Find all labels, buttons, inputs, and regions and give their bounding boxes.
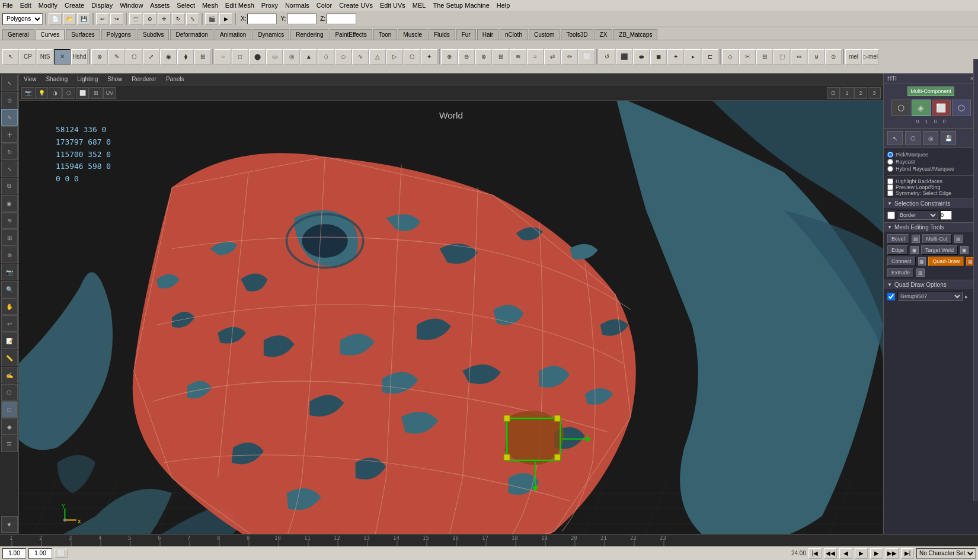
vp-tb-light[interactable]: 💡: [35, 87, 48, 99]
tb-open[interactable]: 📂: [63, 13, 76, 25]
menu-file[interactable]: File: [2, 2, 13, 9]
tb2-cp[interactable]: CP: [20, 49, 36, 65]
playback-next[interactable]: ▶: [870, 548, 883, 559]
tab-toon[interactable]: Toon: [373, 29, 397, 40]
vp-tb-res2[interactable]: 2: [854, 87, 867, 99]
rp-check-loop[interactable]: Preview Loop/Ring: [887, 184, 974, 190]
rp-constraint-value[interactable]: [940, 210, 952, 220]
tb2-helix[interactable]: ∿: [352, 49, 369, 65]
tb2-torus[interactable]: ◎: [283, 49, 300, 65]
rp-bevel-icon[interactable]: ▤: [912, 235, 920, 243]
tab-muscle[interactable]: Muscle: [398, 29, 427, 40]
tb2-sym[interactable]: ⧫: [177, 49, 194, 65]
vp-tb-uv[interactable]: UV: [103, 87, 116, 99]
rp-radio-raycast[interactable]: Raycast: [887, 159, 974, 165]
status-btn-1[interactable]: ⬜: [55, 549, 68, 558]
tb2-pyramid[interactable]: △: [369, 49, 386, 65]
rp-radio-pickmaquee-input[interactable]: [887, 152, 893, 158]
tb2-cylinder[interactable]: ⬤: [249, 49, 266, 65]
tb2-soft[interactable]: ◉: [160, 49, 177, 65]
tool-soft-mod[interactable]: ◉: [1, 195, 18, 212]
menu-setup-machine[interactable]: The Setup Machine: [433, 2, 489, 9]
tb-undo[interactable]: ↩: [96, 13, 109, 25]
rp-extrude-icon[interactable]: ▥: [916, 268, 925, 277]
tb2-mel2[interactable]: ▷mel: [862, 49, 879, 65]
tb2-mirror[interactable]: ⇔: [791, 49, 807, 65]
menu-modify[interactable]: Modify: [39, 2, 57, 9]
tb2-transfer[interactable]: ⇄: [544, 49, 561, 65]
tb-scale[interactable]: ⤡: [186, 13, 199, 25]
tab-tools3d[interactable]: Tools3D: [561, 29, 593, 40]
rp-extrude-btn[interactable]: Extrude: [887, 268, 914, 277]
x-input[interactable]: [247, 14, 277, 24]
tab-curves[interactable]: Curves: [36, 29, 65, 40]
tool-rotate[interactable]: ↻: [1, 143, 18, 160]
rp-constraint-select[interactable]: Border: [897, 210, 938, 220]
tool-universal[interactable]: ⧉: [1, 178, 18, 194]
vp-menu-panels[interactable]: Panels: [166, 76, 184, 82]
rp-mesh-editing-header[interactable]: ▼ Mesh Editing Tools: [884, 222, 978, 232]
tb2-bridge[interactable]: ⬬: [633, 49, 650, 65]
playback-start[interactable]: |◀: [808, 548, 822, 559]
tb2-paint[interactable]: ✎: [108, 49, 125, 65]
tb-new[interactable]: 📄: [49, 13, 62, 25]
rp-radio-raycast-input[interactable]: [887, 159, 893, 165]
vp-tb-res3[interactable]: 3: [868, 87, 881, 99]
playback-next-key[interactable]: ▶▶: [886, 548, 899, 559]
tb-rotate[interactable]: ↻: [172, 13, 185, 25]
tb2-average[interactable]: ≈: [527, 49, 544, 65]
tool-camera[interactable]: 📷: [1, 264, 18, 280]
tb2-nts[interactable]: NtS: [37, 49, 53, 65]
tool-scale[interactable]: ⤡: [1, 161, 18, 177]
tb2-pipe[interactable]: ⬭: [335, 49, 351, 65]
rp-targetweld-icon[interactable]: ▣: [960, 246, 969, 254]
tab-dynamics[interactable]: Dynamics: [253, 29, 289, 40]
tb2-hshd[interactable]: Hshd: [71, 49, 88, 65]
tab-surfaces[interactable]: Surfaces: [66, 29, 100, 40]
vp-tb-iso[interactable]: ⊡: [827, 87, 840, 99]
tool-paint-select[interactable]: ✎: [1, 109, 18, 126]
timeline-svg[interactable]: 1 2 3 4 5 6 7 8 9 10 11: [0, 535, 978, 546]
tab-fur[interactable]: Fur: [456, 29, 476, 40]
rp-radio-hybrid[interactable]: Hybrid Raycast/Marquee: [887, 166, 974, 172]
tb2-cone[interactable]: ▲: [301, 49, 317, 65]
tb-render[interactable]: 🎬: [205, 13, 218, 25]
viewport-3d[interactable]: 58124 336 0 173797 687 0 115700 352 0 11…: [19, 101, 883, 534]
rp-selection-constraints-header[interactable]: ▼ Selection Constraints: [884, 199, 978, 208]
rp-bevel-btn[interactable]: Bevel: [887, 234, 909, 244]
rp-save-icon[interactable]: 💾: [941, 131, 956, 145]
tb2-offset[interactable]: ⬚: [774, 49, 790, 65]
vp-menu-show[interactable]: Show: [107, 76, 122, 82]
tb2-fill[interactable]: ◼: [650, 49, 667, 65]
viewport[interactable]: View Shading Lighting Show Renderer Pane…: [19, 73, 883, 534]
tb2-bevel2[interactable]: ◇: [722, 49, 739, 65]
tb2-merge[interactable]: ⊌: [808, 49, 824, 65]
tb2-cube[interactable]: □: [232, 49, 248, 65]
tb2-boolean[interactable]: ⊞: [493, 49, 509, 65]
menu-select[interactable]: Select: [177, 2, 195, 9]
tb-save[interactable]: 💾: [77, 13, 90, 25]
rp-icon-cube[interactable]: ⬡: [891, 100, 910, 116]
y-input[interactable]: [287, 14, 317, 24]
tb2-loop[interactable]: ↺: [599, 49, 615, 65]
tb2-plane[interactable]: ▭: [266, 49, 283, 65]
rp-hex-icon[interactable]: ⬡: [905, 131, 921, 145]
tb2-prism[interactable]: ▷: [386, 49, 403, 65]
tb2-poke[interactable]: ✦: [667, 49, 684, 65]
tb2-transform[interactable]: ⤢: [143, 49, 159, 65]
status-input-1[interactable]: [2, 548, 26, 559]
menu-proxy[interactable]: Proxy: [261, 2, 278, 9]
rp-quad-draw-header[interactable]: ▼ Quad Draw Options: [884, 280, 978, 289]
menu-create[interactable]: Create: [65, 2, 84, 9]
tb2-lattice[interactable]: ⊞: [194, 49, 211, 65]
viewport-canvas[interactable]: 58124 336 0 173797 687 0 115700 352 0 11…: [19, 101, 883, 534]
playback-play[interactable]: ▶: [855, 548, 868, 559]
tab-deformation[interactable]: Deformation: [170, 29, 213, 40]
rp-multicut-icon[interactable]: ▤: [954, 235, 963, 243]
rp-circle-icon[interactable]: ◎: [923, 131, 938, 145]
tool-expand[interactable]: ▼: [1, 516, 18, 533]
rp-check-backfaces[interactable]: Highlight Backfaces: [887, 178, 974, 184]
tb2-sphere[interactable]: ○: [215, 49, 231, 65]
tab-fluids[interactable]: Fluids: [429, 29, 455, 40]
tab-general[interactable]: General: [2, 29, 34, 40]
